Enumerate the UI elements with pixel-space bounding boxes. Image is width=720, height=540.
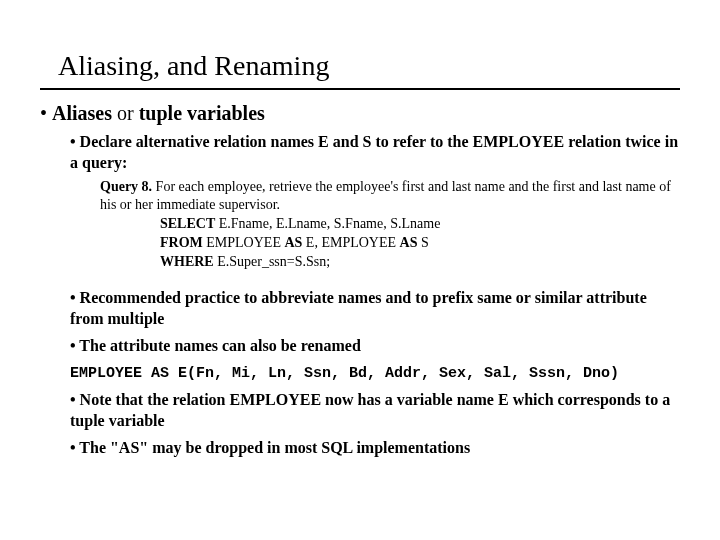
- main-mid: or: [112, 102, 139, 124]
- query-text: For each employee, retrieve the employee…: [100, 179, 671, 213]
- from-mid2: E, EMPLOYEE: [302, 235, 399, 250]
- bullet-marker: •: [70, 289, 80, 306]
- main-strong-tuple: tuple variables: [139, 102, 265, 124]
- sub1-text: Declare alternative relation names E and…: [70, 133, 678, 171]
- rename-code-line: EMPLOYEE AS E(Fn, Mi, Ln, Ssn, Bd, Addr,…: [70, 362, 680, 384]
- b3-text: The attribute names can also be renamed: [79, 337, 360, 354]
- bullet-marker: •: [70, 391, 80, 408]
- from-mid: EMPLOYEE: [203, 235, 285, 250]
- from-end: S: [417, 235, 428, 250]
- bullet-marker: •: [70, 133, 80, 150]
- bullet-renamed: • The attribute names can also be rename…: [70, 336, 680, 357]
- bullet-marker: •: [40, 102, 52, 124]
- select-rest: E.Fname, E.Lname, S.Fname, S.Lname: [215, 216, 440, 231]
- slide: Aliasing, and Renaming • Aliases or tupl…: [0, 0, 720, 540]
- main-strong-aliases: Aliases: [52, 102, 112, 124]
- title-divider: [40, 88, 680, 90]
- sub-bullet-declare: • Declare alternative relation names E a…: [70, 132, 680, 174]
- bullet-as-dropped: • The "AS" may be dropped in most SQL im…: [70, 438, 680, 459]
- bullet-note: • Note that the relation EMPLOYEE now ha…: [70, 390, 680, 432]
- lower-block: • Recommended practice to abbreviate nam…: [40, 288, 680, 458]
- sql-from-line: FROM EMPLOYEE AS E, EMPLOYEE AS S: [160, 234, 680, 253]
- sql-select-line: SELECT E.Fname, E.Lname, S.Fname, S.Lnam…: [160, 215, 680, 234]
- where-rest: E.Super_ssn=S.Ssn;: [214, 254, 330, 269]
- b5-text: The "AS" may be dropped in most SQL impl…: [79, 439, 470, 456]
- sql-where-line: WHERE E.Super_ssn=S.Ssn;: [160, 253, 680, 272]
- b2-text: Recommended practice to abbreviate names…: [70, 289, 647, 327]
- query-label: Query 8.: [100, 179, 152, 194]
- as-keyword-1: AS: [284, 235, 302, 250]
- bullet-marker: •: [70, 439, 79, 456]
- main-bullet: • Aliases or tuple variables: [40, 100, 680, 126]
- from-keyword: FROM: [160, 235, 203, 250]
- select-keyword: SELECT: [160, 216, 215, 231]
- bullet-marker: •: [70, 337, 79, 354]
- as-keyword-2: AS: [400, 235, 418, 250]
- where-keyword: WHERE: [160, 254, 214, 269]
- rename-code: EMPLOYEE AS E(Fn, Mi, Ln, Ssn, Bd, Addr,…: [70, 365, 619, 382]
- query-description: Query 8. For each employee, retrieve the…: [100, 178, 680, 216]
- bullet-recommended: • Recommended practice to abbreviate nam…: [70, 288, 680, 330]
- slide-title: Aliasing, and Renaming: [58, 50, 680, 82]
- b4-text: Note that the relation EMPLOYEE now has …: [70, 391, 670, 429]
